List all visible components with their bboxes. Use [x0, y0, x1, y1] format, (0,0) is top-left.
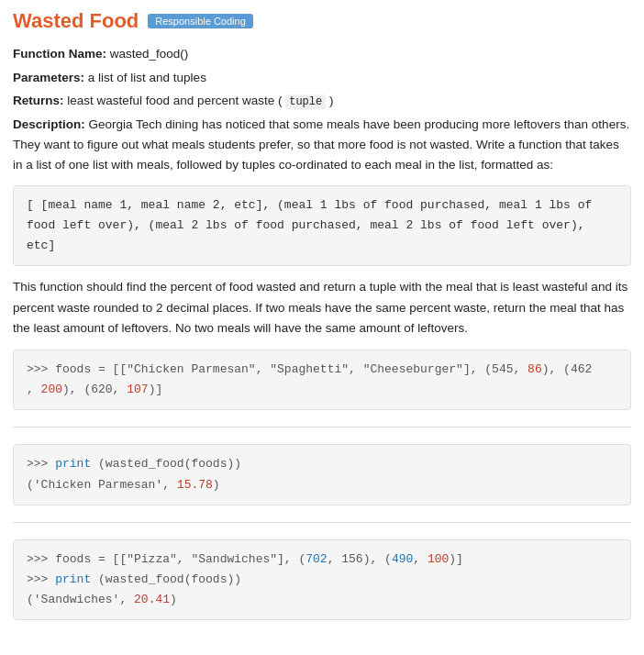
example1-num2: 200 [41, 383, 62, 396]
repl2-prompt1: >>> foods = [["Pizza", "Sandwiches"], ( [27, 552, 305, 566]
example1-line2-end: )] [149, 383, 163, 396]
repl2-output-num: 20.41 [134, 593, 170, 606]
repl2-line1: >>> foods = [["Pizza", "Sandwiches"], (7… [27, 550, 617, 570]
function-name-label: Function Name: [13, 47, 106, 61]
repl1-prompt: >>> [27, 457, 55, 471]
example1-prompt: >>> foods = [["Chicken Parmesan", "Spagh… [27, 362, 527, 376]
returns-text: least wasteful food and percent waste ( [67, 94, 282, 107]
description-line: Description: Georgia Tech dining has not… [13, 115, 631, 174]
example1-mid1: ), (462 [542, 362, 593, 376]
description-label: Description: [13, 117, 85, 131]
repl1-line2: ('Chicken Parmesan', 15.78) [27, 475, 617, 495]
page-header: Wasted Food Responsible Coding [13, 9, 631, 33]
divider2 [13, 522, 631, 523]
parameters-line: Parameters: a list of list and tuples [13, 68, 631, 88]
repl2-rest: (wasted_food(foods)) [91, 572, 241, 586]
function-name-value: wasted_food() [110, 47, 189, 61]
example1-code-block: >>> foods = [["Chicken Parmesan", "Spagh… [13, 350, 631, 410]
description-text: Georgia Tech dining has noticed that som… [13, 117, 629, 171]
repl2-output-close: ) [170, 593, 177, 606]
repl2-close1: )] [449, 552, 463, 566]
repl2-mid2: , [413, 552, 427, 566]
example1-line2-mid: ), (620, [62, 383, 127, 396]
body-description: This function should find the percent of… [13, 277, 631, 339]
function-name-line: Function Name: wasted_food() [13, 44, 631, 64]
example1-num3: 107 [127, 383, 148, 396]
example1-num1: 86 [527, 362, 542, 376]
repl1-line1: >>> print (wasted_food(foods)) [27, 454, 617, 474]
repl1-num: 15.78 [177, 478, 213, 492]
repl2-line3: ('Sandwiches', 20.41) [27, 590, 617, 610]
meta-section: Function Name: wasted_food() Parameters:… [13, 44, 631, 174]
repl2-mid1: , 156), ( [328, 552, 392, 566]
repl1-rest: (wasted_food(foods)) [91, 457, 241, 471]
repl2-block: >>> foods = [["Pizza", "Sandwiches"], (7… [13, 539, 631, 620]
repl2-line2: >>> print (wasted_food(foods)) [27, 570, 617, 590]
repl2-num1: 702 [305, 552, 327, 566]
returns-code: tuple [285, 94, 326, 109]
repl2-prompt2: >>> [27, 572, 55, 586]
parameters-label: Parameters: [13, 71, 84, 84]
responsible-coding-badge: Responsible Coding [148, 14, 252, 28]
example1-line2-prefix: , [27, 383, 41, 396]
repl2-output: ('Sandwiches', [27, 593, 134, 606]
repl1-output: ('Chicken Parmesan', [27, 478, 177, 492]
repl1-close: ) [213, 478, 220, 492]
divider1 [13, 427, 631, 427]
repl2-print-kw: print [55, 572, 91, 586]
repl1-block: >>> print (wasted_food(foods)) ('Chicken… [13, 444, 631, 505]
parameters-value: a list of list and tuples [88, 71, 206, 84]
repl2-num3: 100 [427, 552, 449, 566]
format-code-block: [ [meal name 1, meal name 2, etc], (meal… [13, 185, 631, 266]
returns-end: ) [329, 94, 334, 107]
repl2-num2: 490 [392, 552, 413, 566]
returns-label: Returns: [13, 94, 64, 107]
format-code-text: [ [meal name 1, meal name 2, etc], (meal… [27, 198, 592, 252]
repl1-print-kw: print [55, 457, 91, 471]
page-title: Wasted Food [13, 9, 139, 33]
returns-line: Returns: least wasteful food and percent… [13, 91, 631, 111]
